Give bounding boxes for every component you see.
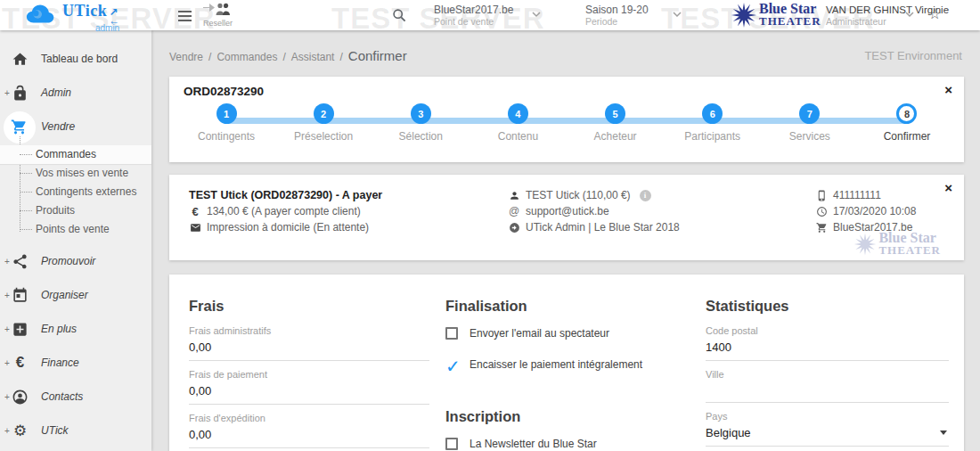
- utick-logo[interactable]: UTick admin: [25, 2, 119, 33]
- step-number: 5: [605, 103, 625, 124]
- code-postal-field: Code postal 1400: [706, 325, 949, 361]
- sidebar-subitem-contingents-externes[interactable]: Contingents externes: [0, 183, 151, 201]
- finalisation-title: Finalisation: [445, 298, 690, 315]
- statistiques-section: Statistiques Code postal 1400 Ville Pays…: [706, 298, 949, 451]
- order-id: ORD02873290: [184, 85, 264, 98]
- step-confirmer[interactable]: 8Confirmer: [861, 103, 953, 143]
- field-label: Frais d'expédition: [189, 413, 429, 423]
- sidebar-subitem-points-de-vente[interactable]: Points de vente: [0, 220, 151, 239]
- euro-icon: [12, 355, 29, 372]
- step-contingents[interactable]: 1Contingents: [180, 103, 273, 143]
- pays-select[interactable]: Belgique: [706, 426, 949, 447]
- wizard-card: ORD02873290 1Contingents 2Préselection 3…: [169, 77, 964, 162]
- sidebar-item-contacts[interactable]: + Contacts: [0, 380, 151, 414]
- gears-icon: [12, 422, 29, 439]
- point-of-sale-dropdown[interactable]: BlueStar2017.be Point de vente: [434, 4, 513, 27]
- chevron-down-icon[interactable]: [905, 12, 914, 18]
- frais-administratifs-field: Frais administratifs 0,00: [189, 325, 429, 361]
- close-icon[interactable]: [944, 181, 952, 194]
- sidebar-item-finance[interactable]: + Finance: [0, 346, 151, 380]
- vendre-submenu: Commandes Vos mises en vente Contingents…: [0, 144, 151, 244]
- confirm-form-card: Frais Frais administratifs 0,00 Frais de…: [169, 275, 964, 451]
- expand-indicator[interactable]: +: [4, 358, 11, 368]
- expand-indicator[interactable]: +: [4, 257, 11, 266]
- sidebar-item-admin[interactable]: + Admin: [0, 76, 151, 110]
- sidebar-subitem-vos-mises-en-vente[interactable]: Vos mises en vente: [0, 164, 151, 183]
- calendar-icon: [12, 287, 29, 304]
- menu-toggle-icon[interactable]: [178, 11, 192, 24]
- phone-icon: [815, 190, 828, 201]
- order-summary-card: TEST Utick (ORD02873290) - A payer 134,0…: [169, 175, 964, 260]
- field-label: Frais de paiement: [189, 369, 429, 380]
- venue-name-line2: THEATER: [759, 15, 821, 28]
- collect-payment-checkbox[interactable]: [445, 358, 458, 371]
- arrow-circle-icon: [508, 222, 520, 234]
- search-icon[interactable]: [392, 8, 406, 26]
- field-label: Ville: [706, 369, 949, 380]
- chevron-down-icon[interactable]: [673, 12, 682, 18]
- frais-title: Frais: [189, 298, 429, 315]
- logo-title: UTick: [62, 2, 107, 20]
- step-label: Contingents: [198, 130, 255, 143]
- sidebar-item-label: Finance: [41, 357, 79, 369]
- sidebar-item-promouvoir[interactable]: + Promouvoir: [0, 244, 151, 278]
- sidebar-item-vendre[interactable]: x Vendre: [0, 110, 151, 144]
- step-label: Participants: [684, 130, 740, 143]
- field-label: Frais administratifs: [189, 325, 429, 336]
- close-icon[interactable]: [944, 83, 952, 96]
- blue-star-theater-logo: Blue Star THEATER: [731, 2, 821, 29]
- season-dropdown[interactable]: Saison 19-20 Periode: [585, 4, 649, 27]
- step-number: 3: [411, 103, 431, 124]
- order-summary-middle: TEST Utick (110,00 €) support@utick.be U…: [508, 187, 680, 235]
- frais-expedition-input[interactable]: 0,00: [189, 428, 429, 448]
- info-icon[interactable]: [640, 190, 651, 201]
- breadcrumb-commandes[interactable]: Commandes: [216, 51, 277, 63]
- step-label: Préselection: [294, 130, 353, 143]
- top-header: TEST SERVER TEST SERVER TEST SERVER UTic…: [0, 0, 980, 30]
- reseller-button[interactable]: Reseller: [203, 3, 233, 28]
- order-datetime: 17/03/2020 10:08: [833, 205, 916, 217]
- step-selection[interactable]: 3Sélection: [374, 103, 467, 143]
- venue-name: Blue Star: [878, 232, 941, 244]
- expand-indicator[interactable]: +: [4, 426, 11, 436]
- chevron-down-icon[interactable]: [532, 12, 541, 18]
- sidebar-item-organiser[interactable]: + Organiser: [0, 278, 151, 312]
- step-services[interactable]: 7Services: [764, 103, 856, 143]
- newsletter-checkbox[interactable]: [445, 438, 458, 450]
- venue-name: Blue Star: [759, 3, 821, 15]
- step-label: Acheteur: [594, 130, 637, 143]
- step-preselection[interactable]: 2Préselection: [277, 103, 370, 143]
- step-number: 8: [896, 103, 917, 124]
- starburst-icon: [731, 2, 757, 29]
- code-postal-input[interactable]: 1400: [706, 340, 949, 361]
- expand-indicator[interactable]: +: [4, 291, 11, 300]
- sidebar-subitem-produits[interactable]: Produits: [0, 201, 151, 220]
- expand-indicator[interactable]: +: [4, 88, 11, 98]
- step-number: 2: [314, 103, 334, 124]
- expand-indicator[interactable]: +: [4, 392, 11, 402]
- sidebar-item-label: Tableau de bord: [41, 53, 118, 65]
- ville-input[interactable]: [706, 384, 949, 403]
- sidebar-item-en-plus[interactable]: + En plus: [0, 312, 151, 346]
- frais-administratifs-input[interactable]: 0,00: [189, 340, 429, 361]
- environment-label: TEST Environment: [864, 49, 962, 62]
- breadcrumb-assistant[interactable]: Assistant: [291, 51, 335, 63]
- season-label: Periode: [585, 16, 649, 27]
- step-participants[interactable]: 6Participants: [666, 103, 759, 143]
- step-acheteur[interactable]: 5Acheteur: [569, 103, 662, 143]
- frais-section: Frais Frais administratifs 0,00 Frais de…: [189, 298, 429, 451]
- sidebar-subitem-commandes[interactable]: Commandes: [0, 145, 151, 164]
- step-contenu[interactable]: 4Contenu: [471, 103, 564, 143]
- order-delivery: Impression à domicile (En attente): [207, 221, 369, 234]
- sidebar-item-utick[interactable]: + UTick: [0, 414, 151, 447]
- person-circle-icon: [12, 389, 29, 406]
- favorite-star-icon[interactable]: [928, 5, 941, 22]
- clock-icon: [815, 206, 828, 217]
- send-email-checkbox[interactable]: [445, 327, 458, 340]
- step-number: 7: [799, 103, 820, 124]
- expand-indicator[interactable]: +: [4, 324, 11, 334]
- main-content: Vendre/ Commandes/ Assistant/ Confirmer …: [151, 30, 980, 451]
- frais-de-paiement-input[interactable]: 0,00: [189, 384, 429, 405]
- breadcrumb-vendre[interactable]: Vendre: [169, 51, 203, 63]
- sidebar-item-tableau-de-bord[interactable]: Tableau de bord: [0, 42, 151, 76]
